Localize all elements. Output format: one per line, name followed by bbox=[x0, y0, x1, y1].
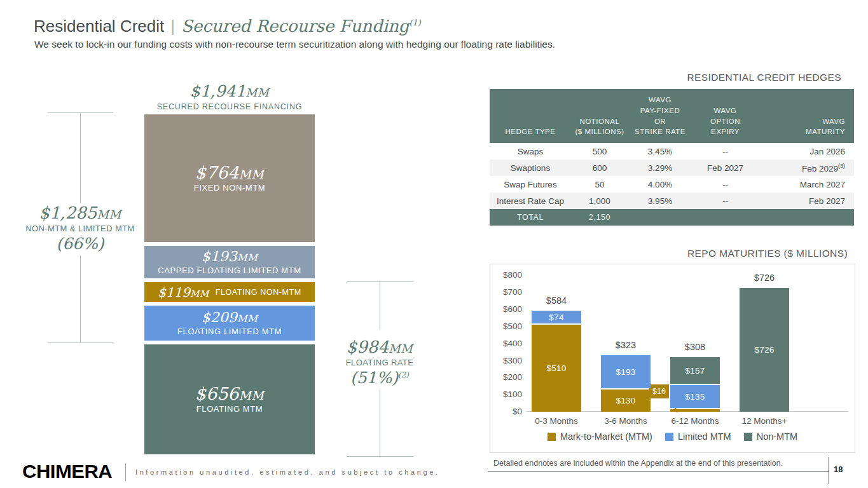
segment-value: $209MM bbox=[202, 311, 258, 325]
x-axis-label: 6-12 Months bbox=[660, 416, 730, 426]
legend-item: Non-MTM bbox=[744, 431, 797, 442]
segment-label: FLOATING LIMITED MTM bbox=[177, 327, 282, 336]
y-axis-tick: $400 bbox=[494, 339, 522, 348]
cell: Swap Futures bbox=[490, 176, 571, 193]
funding-segment: $193MMCAPPED FLOATING LIMITED MTM bbox=[144, 246, 315, 278]
col-header-maturity: WAVG MATURITY bbox=[759, 89, 854, 143]
endnote-rule bbox=[488, 471, 829, 471]
total-value: 2,150 bbox=[571, 209, 628, 226]
repo-chart-title: REPO MATURITIES ($ MILLIONS) bbox=[490, 248, 848, 259]
title-separator: | bbox=[170, 17, 175, 36]
legend-item: Limited MTM bbox=[665, 431, 731, 442]
repo-bar: $74$510 bbox=[532, 311, 581, 412]
cell: 4.00% bbox=[628, 176, 692, 193]
total-label: TOTAL bbox=[490, 209, 571, 226]
cell: -- bbox=[692, 193, 759, 209]
legend-swatch bbox=[744, 433, 752, 441]
table-header-row: HEDGE TYPE NOTIONAL ($ MILLIONS) WAVG PA… bbox=[490, 89, 854, 143]
annotation-value: $984MM bbox=[319, 338, 440, 356]
table-row-interest-rate-cap: Interest Rate Cap 1,000 3.95% -- Feb 202… bbox=[490, 193, 854, 209]
y-axis-tick: $700 bbox=[494, 287, 522, 297]
cell bbox=[628, 209, 692, 226]
page-number-divider bbox=[829, 457, 829, 484]
table-row-swaptions: Swaptions 600 3.29% Feb 2027 Feb 2029(3) bbox=[490, 159, 854, 176]
title-accent: Secured Recourse Funding bbox=[181, 17, 409, 36]
cell: Jan 2026 bbox=[759, 143, 854, 159]
cell: -- bbox=[692, 176, 759, 193]
repo-bar-segment: $135 bbox=[670, 385, 720, 408]
title-footnote: (1) bbox=[409, 18, 420, 27]
hedges-table: HEDGE TYPE NOTIONAL ($ MILLIONS) WAVG PA… bbox=[490, 89, 854, 226]
cell bbox=[759, 209, 854, 226]
table-total-row: TOTAL 2,150 bbox=[490, 209, 854, 226]
cell: March 2027 bbox=[759, 176, 854, 193]
hedges-table-title: RESIDENTIAL CREDIT HEDGES bbox=[490, 72, 841, 83]
cell: 600 bbox=[571, 159, 628, 176]
table-row-swap-futures: Swap Futures 50 4.00% -- March 2027 bbox=[490, 176, 854, 193]
cell: 500 bbox=[571, 143, 628, 159]
legend-item: Mark-to-Market (MTM) bbox=[548, 431, 652, 442]
cell: Feb 2027 bbox=[759, 193, 854, 209]
col-header-rate: WAVG PAY-FIXED OR STRIKE RATE bbox=[628, 89, 692, 143]
cell: 3.29% bbox=[628, 159, 692, 176]
funding-segment: $764MMFIXED NON-MTM bbox=[144, 114, 315, 242]
segment-value: $764MM bbox=[195, 164, 264, 181]
presentation-slide: Residential Credit|Secured Recourse Fund… bbox=[0, 0, 868, 488]
table-row-swaps: Swaps 500 3.45% -- Jan 2026 bbox=[490, 143, 854, 159]
segment-value: $193MM bbox=[202, 250, 258, 264]
funding-stacked-bar: $764MMFIXED NON-MTM$193MMCAPPED FLOATING… bbox=[144, 114, 315, 454]
repo-bar-total-label: $323 bbox=[594, 340, 658, 350]
left-bracket-bottom-cap bbox=[48, 342, 113, 342]
funding-segment: $209MMFLOATING LIMITED MTM bbox=[144, 306, 315, 341]
left-bracket-stem-lower bbox=[80, 255, 81, 342]
funding-total-label: SECURED RECOURSE FINANCING bbox=[144, 102, 315, 111]
title-main: Residential Credit bbox=[34, 17, 164, 36]
right-bracket-stem-upper bbox=[380, 281, 380, 329]
left-bracket-stem-upper bbox=[80, 112, 81, 203]
repo-bar-segment: $130 bbox=[601, 390, 651, 412]
segment-value: $656MM bbox=[195, 385, 264, 402]
y-axis-tick: $200 bbox=[494, 372, 522, 382]
legend-label: Non-MTM bbox=[757, 431, 797, 442]
page-title: Residential Credit|Secured Recourse Fund… bbox=[34, 17, 421, 36]
chart-legend: Mark-to-Market (MTM)Limited MTMNon-MTM bbox=[490, 431, 855, 442]
cell: Feb 2029(3) bbox=[759, 159, 854, 176]
repo-bar-segment: $726 bbox=[740, 288, 789, 412]
legend-label: Mark-to-Market (MTM) bbox=[560, 431, 652, 442]
repo-bar-total-label: $584 bbox=[525, 295, 588, 306]
chimera-logo: CHIMERA bbox=[22, 461, 112, 483]
segment-value: $119MM bbox=[158, 286, 209, 299]
annotation-label: NON-MTM & LIMITED MTM bbox=[10, 224, 150, 233]
repo-bar-total-label: $308 bbox=[663, 342, 727, 352]
x-axis-label: 0-3 Months bbox=[521, 416, 591, 426]
subtitle: We seek to lock-in our funding costs wit… bbox=[34, 39, 555, 50]
legend-label: Limited MTM bbox=[678, 431, 731, 442]
repo-bar-segment bbox=[670, 409, 720, 412]
cell: Feb 2027 bbox=[692, 159, 759, 176]
segment-label: FLOATING MTM bbox=[196, 404, 263, 414]
x-axis-label: 12 Months+ bbox=[729, 416, 799, 426]
col-header-hedge-type: HEDGE TYPE bbox=[490, 89, 571, 143]
right-bracket-stem-lower bbox=[380, 390, 380, 456]
y-axis-tick: $300 bbox=[494, 356, 522, 365]
funding-segment: $656MMFLOATING MTM bbox=[144, 344, 315, 454]
cell: Interest Rate Cap bbox=[490, 193, 571, 209]
funding-stack-header: $1,941MM SECURED RECOURSE FINANCING bbox=[144, 82, 315, 111]
y-axis-tick: $100 bbox=[494, 390, 522, 399]
footer-disclaimer: Information unaudited, estimated, and su… bbox=[135, 468, 440, 476]
callout-16mm: $16 bbox=[649, 384, 669, 398]
cell: Swaps bbox=[490, 143, 571, 159]
col-header-notional: NOTIONAL ($ MILLIONS) bbox=[571, 89, 628, 143]
annotation-percent: (66%) bbox=[10, 234, 150, 253]
maturity-footnote: (3) bbox=[838, 163, 845, 169]
funding-total-value: $1,941MM bbox=[144, 82, 315, 100]
repo-bar: $193$130 bbox=[601, 355, 651, 412]
y-axis-tick: $500 bbox=[494, 322, 522, 331]
page-number: 18 bbox=[834, 464, 843, 474]
cell: 50 bbox=[571, 176, 628, 193]
right-bracket-bottom-cap bbox=[347, 456, 413, 457]
segment-label: FIXED NON-MTM bbox=[194, 183, 266, 193]
cell: -- bbox=[692, 143, 759, 159]
y-axis-tick: $0 bbox=[494, 407, 522, 416]
y-axis-tick: $800 bbox=[494, 270, 522, 280]
